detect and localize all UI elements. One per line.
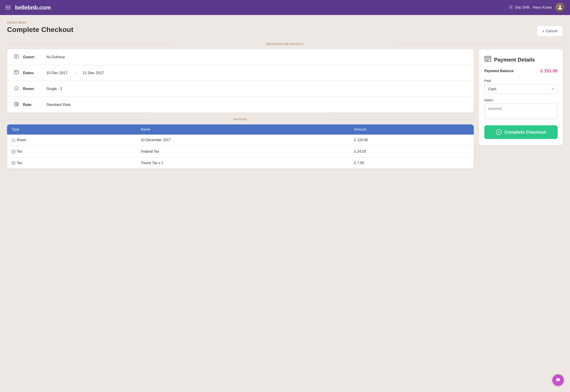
table-cell-amount: £ 24.00 bbox=[350, 146, 474, 157]
payment-title: Payment Details bbox=[494, 57, 535, 63]
rate-value: Standard Rate bbox=[46, 103, 71, 107]
payment-icon bbox=[484, 55, 491, 64]
room-icon bbox=[13, 86, 19, 92]
table-row: Tax Tourist Tax x 1 £ 7.00 bbox=[7, 157, 474, 168]
svg-rect-28 bbox=[12, 150, 15, 153]
svg-line-7 bbox=[509, 8, 510, 8]
table-cell-name: 10 December 2017 bbox=[136, 135, 350, 146]
chevron-right-icon: › bbox=[542, 28, 544, 34]
payment-header: Payment Details bbox=[484, 55, 558, 64]
avatar[interactable] bbox=[555, 3, 565, 12]
chat-bubble-button[interactable] bbox=[552, 374, 564, 386]
svg-rect-14 bbox=[14, 70, 18, 74]
payment-card: Payment Details Payment Balance £ 151.00… bbox=[479, 49, 563, 145]
invoice-section-label: INVOICE bbox=[7, 118, 474, 121]
room-label: Room: bbox=[23, 87, 43, 91]
table-cell-type: Room bbox=[7, 135, 136, 146]
right-column: Payment Details Payment Balance £ 151.00… bbox=[479, 49, 563, 145]
dates-label: Dates: bbox=[23, 71, 43, 75]
payment-balance-value: £ 151.00 bbox=[540, 68, 558, 73]
page-title: Complete Checkout bbox=[7, 26, 73, 34]
shift-indicator: Day Shift bbox=[508, 5, 529, 11]
table-cell-type: Tax bbox=[7, 146, 136, 157]
dates-row: Dates: 10 Dec 2017 → 11 Dec 2017 bbox=[7, 65, 474, 81]
check-circle-icon bbox=[496, 129, 502, 135]
paid-label: Paid bbox=[484, 79, 558, 83]
col-name: Name bbox=[136, 125, 350, 135]
shift-label: Day Shift bbox=[515, 5, 529, 10]
payment-balance-row: Payment Balance £ 151.00 bbox=[484, 68, 558, 73]
reservation-details-card: Guest: Ali Dufrane bbox=[7, 49, 474, 112]
table-row: Tax Federal Tax £ 24.00 bbox=[7, 146, 474, 157]
guest-label: Guest: bbox=[23, 55, 43, 59]
guest-value: Ali Dufrane bbox=[46, 55, 65, 59]
notes-input[interactable] bbox=[484, 104, 558, 119]
payment-balance-label: Payment Balance bbox=[484, 69, 514, 73]
page-content: FRONT DESK Complete Checkout › Cancel RE… bbox=[0, 15, 570, 175]
reservation-details-section-label: RESERVATION DETAILS bbox=[7, 42, 563, 46]
menu-button[interactable] bbox=[5, 6, 11, 9]
dates-arrow: → bbox=[73, 71, 77, 75]
svg-rect-32 bbox=[12, 162, 15, 165]
col-amount: Amount bbox=[350, 125, 474, 135]
guest-row: Guest: Ali Dufrane bbox=[7, 49, 474, 65]
rate-row: Rate: Standard Rate bbox=[7, 97, 474, 112]
table-cell-name: Tourist Tax x 1 bbox=[136, 157, 350, 168]
table-cell-type: Tax bbox=[7, 157, 136, 168]
sun-icon bbox=[508, 5, 513, 11]
header: bellebnb.com Day Shift Harry Krane bbox=[0, 0, 570, 15]
left-column: Guest: Ali Dufrane bbox=[7, 49, 474, 168]
date-to: 11 Dec 2017 bbox=[83, 71, 104, 75]
table-row: Room 10 December 2017 £ 120.00 bbox=[7, 135, 474, 146]
table-cell-name: Federal Tax bbox=[136, 146, 350, 157]
invoice-table: Type Name Amount Room 10 December 2017 £… bbox=[7, 125, 474, 168]
date-from: 10 Dec 2017 bbox=[46, 71, 68, 75]
table-cell-amount: £ 7.00 bbox=[350, 157, 474, 168]
room-value: Single - 2 bbox=[46, 87, 62, 91]
svg-point-0 bbox=[510, 6, 512, 8]
calendar-icon bbox=[13, 70, 19, 76]
breadcrumb: FRONT DESK bbox=[7, 21, 563, 24]
col-type: Type bbox=[7, 125, 136, 135]
table-cell-amount: £ 120.00 bbox=[350, 135, 474, 146]
svg-point-9 bbox=[559, 5, 561, 8]
cancel-button[interactable]: › Cancel bbox=[537, 26, 563, 36]
svg-rect-36 bbox=[485, 56, 491, 62]
checkout-button-label: Complete Checkout bbox=[504, 130, 546, 135]
room-row: Room: Single - 2 bbox=[7, 81, 474, 97]
guest-icon bbox=[13, 54, 19, 60]
paid-select[interactable]: Cash Credit Card Bank Transfer bbox=[484, 84, 558, 94]
brand-logo: bellebnb.com bbox=[15, 4, 51, 11]
cancel-button-label: Cancel bbox=[546, 29, 557, 33]
svg-line-4 bbox=[512, 8, 512, 8]
table-header-row: Type Name Amount bbox=[7, 125, 474, 135]
complete-checkout-button[interactable]: Complete Checkout bbox=[484, 125, 558, 139]
user-name: Harry Krane bbox=[533, 5, 552, 10]
notes-label: Notes bbox=[484, 98, 558, 102]
rate-label: Rate: bbox=[23, 103, 43, 107]
rate-icon bbox=[13, 102, 19, 108]
svg-rect-27 bbox=[16, 104, 18, 105]
